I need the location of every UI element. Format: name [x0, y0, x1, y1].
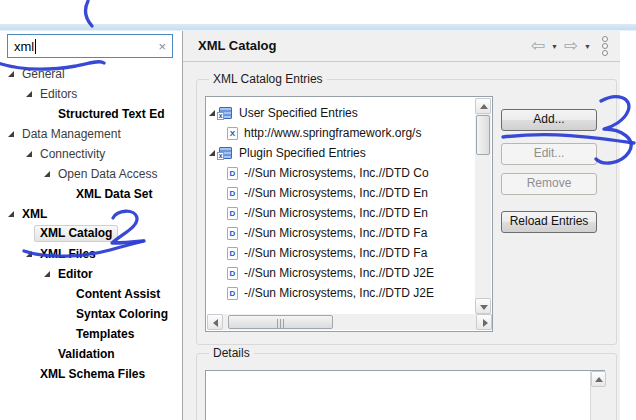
- tree-item-xml-catalog[interactable]: XML Catalog: [0, 224, 182, 244]
- dtd-document-icon: D: [227, 207, 238, 220]
- vertical-scrollbar[interactable]: [475, 98, 491, 314]
- forward-dropdown-icon[interactable]: ▼: [584, 43, 591, 50]
- tree-item-general[interactable]: General: [0, 64, 182, 84]
- catalog-entry-item[interactable]: D-//Sun Microsystems, Inc.//DTD Fa: [206, 243, 474, 263]
- tree-item-label: Templates: [76, 327, 134, 341]
- dtd-document-icon: D: [227, 187, 238, 200]
- back-arrow-icon[interactable]: ⇦: [531, 36, 545, 56]
- tree-item-editors[interactable]: Editors: [0, 84, 182, 104]
- entries-group-label: XML Catalog Entries: [209, 72, 327, 86]
- entry-label: http://www.springframework.org/s: [244, 126, 421, 140]
- tree-item-xml[interactable]: XML: [0, 204, 182, 224]
- catalog-entry-item[interactable]: D-//Sun Microsystems, Inc.//DTD Co: [206, 163, 474, 183]
- view-menu-dots-icon[interactable]: [602, 36, 608, 56]
- tree-item-editor[interactable]: Editor: [0, 264, 182, 284]
- catalog-icon: x: [219, 107, 232, 119]
- tree-item-label: Syntax Coloring: [76, 307, 168, 321]
- tree-item-validation[interactable]: Validation: [0, 344, 182, 364]
- tree-item-label: XML Data Set: [76, 187, 152, 201]
- entry-label: -//Sun Microsystems, Inc.//DTD Fa: [244, 246, 427, 260]
- scroll-left-button[interactable]: [207, 314, 223, 330]
- tree-item-open-data-access[interactable]: Open Data Access: [0, 164, 182, 184]
- tree-item-label: Data Management: [22, 127, 121, 141]
- tree-item-label: XML Catalog: [34, 225, 118, 242]
- scroll-down-button[interactable]: [475, 298, 491, 314]
- scroll-up-button[interactable]: [475, 98, 491, 114]
- xml-catalog-entries-group: XML Catalog Entries xUser Specified Entr…: [196, 79, 617, 345]
- edit-button: Edit...: [501, 143, 597, 165]
- tree-item-label: XML: [22, 207, 47, 221]
- tree-expander-icon[interactable]: [26, 151, 32, 157]
- details-scrollbar[interactable]: [590, 371, 607, 420]
- page-title: XML Catalog: [198, 38, 277, 53]
- catalog-entries-list[interactable]: xUser Specified EntriesXhttp://www.sprin…: [205, 96, 493, 332]
- entry-label: -//Sun Microsystems, Inc.//DTD Co: [244, 166, 429, 180]
- tree-item-xml-data-set[interactable]: XML Data Set: [0, 184, 182, 204]
- entry-label: Plugin Specified Entries: [239, 146, 366, 160]
- catalog-entry-item[interactable]: D-//Sun Microsystems, Inc.//DTD J2E: [206, 263, 474, 283]
- tree-item-xml-schema-files[interactable]: XML Schema Files: [0, 364, 182, 384]
- tree-expander-icon[interactable]: [26, 91, 32, 97]
- dtd-document-icon: D: [227, 287, 238, 300]
- text-cursor: [35, 39, 36, 54]
- tree-item-data-management[interactable]: Data Management: [0, 124, 182, 144]
- dtd-document-icon: D: [227, 247, 238, 260]
- entry-label: -//Sun Microsystems, Inc.//DTD J2E: [244, 266, 434, 280]
- dtd-document-icon: D: [227, 167, 238, 180]
- xml-document-icon: X: [227, 127, 238, 140]
- tree-expander-icon[interactable]: [8, 131, 14, 137]
- horizontal-scroll-thumb[interactable]: [228, 315, 333, 329]
- catalog-entry-item[interactable]: D-//Sun Microsystems, Inc.//DTD En: [206, 203, 474, 223]
- entry-expander-icon[interactable]: [209, 110, 215, 116]
- catalog-entry-group[interactable]: xUser Specified Entries: [206, 103, 474, 123]
- tree-item-label: Content Assist: [76, 287, 160, 301]
- tree-expander-icon[interactable]: [44, 271, 50, 277]
- tree-expander-icon[interactable]: [26, 251, 32, 257]
- tree-expander-icon[interactable]: [8, 71, 14, 77]
- preferences-sidebar: xml × GeneralEditorsStructured Text EdDa…: [0, 31, 183, 420]
- tree-item-structured-text-ed[interactable]: Structured Text Ed: [0, 104, 182, 124]
- tree-expander-icon[interactable]: [8, 211, 14, 217]
- horizontal-scrollbar[interactable]: [207, 314, 492, 330]
- tree-item-label: XML Schema Files: [40, 367, 145, 381]
- dtd-document-icon: D: [227, 267, 238, 280]
- entry-label: -//Sun Microsystems, Inc.//DTD En: [244, 206, 428, 220]
- tree-expander-icon[interactable]: [44, 171, 50, 177]
- entry-label: -//Sun Microsystems, Inc.//DTD J2E: [244, 286, 434, 300]
- details-scroll-up-button[interactable]: [591, 371, 606, 387]
- catalog-entry-group[interactable]: xPlugin Specified Entries: [206, 143, 474, 163]
- forward-arrow-icon[interactable]: ⇨: [564, 36, 578, 56]
- filter-search-input[interactable]: xml ×: [7, 34, 173, 58]
- catalog-entry-item[interactable]: Xhttp://www.springframework.org/s: [206, 123, 474, 143]
- details-group-label: Details: [209, 346, 254, 360]
- catalog-entry-item[interactable]: D-//Sun Microsystems, Inc.//DTD Fa: [206, 223, 474, 243]
- tree-item-label: XML Files: [40, 247, 96, 261]
- search-input-value: xml: [14, 39, 34, 54]
- entry-label: User Specified Entries: [239, 106, 358, 120]
- vertical-scroll-thumb[interactable]: [476, 115, 490, 155]
- tree-item-templates[interactable]: Templates: [0, 324, 182, 344]
- catalog-entry-item[interactable]: D-//Sun Microsystems, Inc.//DTD En: [206, 183, 474, 203]
- entry-label: -//Sun Microsystems, Inc.//DTD Fa: [244, 226, 427, 240]
- add-button[interactable]: Add...: [501, 109, 597, 131]
- catalog-icon: x: [219, 147, 232, 159]
- tree-item-label: Open Data Access: [58, 167, 157, 181]
- catalog-entry-item[interactable]: D-//Sun Microsystems, Inc.//DTD J2E: [206, 283, 474, 303]
- window-top-bar: [0, 24, 636, 31]
- back-dropdown-icon[interactable]: ▼: [551, 43, 558, 50]
- tree-item-syntax-coloring[interactable]: Syntax Coloring: [0, 304, 182, 324]
- scroll-right-button[interactable]: [476, 314, 492, 330]
- clear-search-icon[interactable]: ×: [158, 39, 166, 54]
- pen-numeral-1: [85, 1, 92, 26]
- entry-label: -//Sun Microsystems, Inc.//DTD En: [244, 186, 428, 200]
- tree-item-label: Validation: [58, 347, 115, 361]
- reload-entries-button[interactable]: Reload Entries: [501, 211, 597, 233]
- tree-item-connectivity[interactable]: Connectivity: [0, 144, 182, 164]
- tree-item-content-assist[interactable]: Content Assist: [0, 284, 182, 304]
- entry-expander-icon[interactable]: [209, 150, 215, 156]
- details-text-area[interactable]: [205, 370, 605, 420]
- page-header: XML Catalog ⇦ ▼ ⇨ ▼: [183, 31, 620, 62]
- preference-page-panel: XML Catalog ⇦ ▼ ⇨ ▼ XML Catalog Entries …: [183, 31, 620, 420]
- tree-item-xml-files[interactable]: XML Files: [0, 244, 182, 264]
- dtd-document-icon: D: [227, 227, 238, 240]
